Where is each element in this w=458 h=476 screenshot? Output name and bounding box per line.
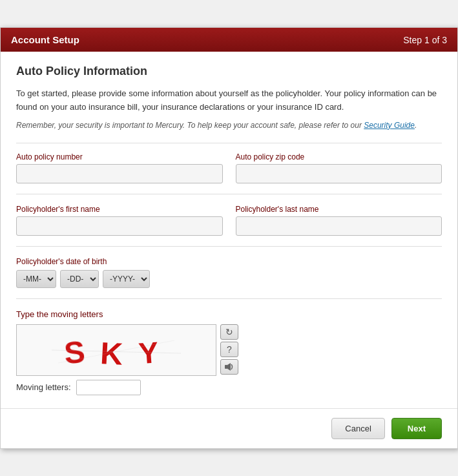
dob-day-select[interactable]: -DD- 01020304 05060708 09101112 13141516… bbox=[60, 270, 99, 288]
moving-letters-input[interactable] bbox=[76, 380, 141, 395]
security-guide-link[interactable]: Security Guide bbox=[364, 121, 415, 130]
svg-text:S: S bbox=[63, 335, 87, 369]
dob-label: Policyholder's date of birth bbox=[16, 257, 442, 266]
last-name-label: Policyholder's last name bbox=[236, 205, 442, 214]
captcha-image: S K Y bbox=[16, 324, 216, 376]
intro-text: To get started, please provide some info… bbox=[16, 87, 442, 114]
footer-bar: Cancel Next bbox=[1, 408, 457, 448]
header-step: Step 1 of 3 bbox=[403, 35, 447, 45]
auto-policy-number-input[interactable] bbox=[16, 164, 223, 183]
last-name-input[interactable] bbox=[236, 216, 442, 236]
auto-policy-number-group: Auto policy number bbox=[16, 152, 223, 183]
svg-marker-6 bbox=[227, 363, 231, 371]
audio-icon bbox=[225, 363, 234, 371]
dob-section: Policyholder's date of birth -MM- 010203… bbox=[16, 257, 442, 288]
divider-1 bbox=[16, 143, 442, 143]
captcha-refresh-button[interactable]: ↻ bbox=[220, 324, 238, 340]
dob-month-select[interactable]: -MM- 01020304 05060708 09101112 bbox=[16, 270, 56, 288]
moving-letters-label: Moving letters: bbox=[16, 382, 71, 392]
account-setup-window: Account Setup Step 1 of 3 Auto Policy In… bbox=[0, 27, 458, 449]
first-name-label: Policyholder's first name bbox=[16, 205, 223, 214]
captcha-wrapper: S K Y ↻ ? bbox=[16, 324, 442, 376]
header-bar: Account Setup Step 1 of 3 bbox=[1, 28, 457, 52]
captcha-section: Type the moving letters S K Y bbox=[16, 309, 442, 395]
captcha-audio-button[interactable] bbox=[220, 359, 238, 375]
content-area: Auto Policy Information To get started, … bbox=[1, 52, 457, 408]
captcha-help-button[interactable]: ? bbox=[220, 342, 238, 357]
auto-policy-zip-label: Auto policy zip code bbox=[236, 152, 442, 161]
security-note: Remember, your security is important to … bbox=[16, 121, 442, 130]
policy-row: Auto policy number Auto policy zip code bbox=[16, 152, 442, 183]
svg-rect-5 bbox=[225, 365, 227, 369]
last-name-group: Policyholder's last name bbox=[236, 205, 442, 236]
divider-2 bbox=[16, 194, 442, 194]
first-name-group: Policyholder's first name bbox=[16, 205, 223, 236]
auto-policy-zip-input[interactable] bbox=[236, 164, 442, 183]
captcha-action-buttons: ↻ ? bbox=[220, 324, 238, 375]
cancel-button[interactable]: Cancel bbox=[331, 418, 384, 439]
page-title: Auto Policy Information bbox=[16, 65, 442, 78]
name-row: Policyholder's first name Policyholder's… bbox=[16, 205, 442, 236]
moving-letters-row: Moving letters: bbox=[16, 380, 442, 395]
dob-year-select[interactable]: -YYYY- bbox=[103, 270, 150, 288]
first-name-input[interactable] bbox=[16, 216, 223, 236]
auto-policy-number-label: Auto policy number bbox=[16, 152, 223, 161]
captcha-label: Type the moving letters bbox=[16, 309, 442, 319]
auto-policy-zip-group: Auto policy zip code bbox=[236, 152, 442, 183]
next-button[interactable]: Next bbox=[391, 418, 442, 439]
divider-4 bbox=[16, 298, 442, 299]
dob-selects: -MM- 01020304 05060708 09101112 -DD- 010… bbox=[16, 270, 442, 288]
divider-3 bbox=[16, 246, 442, 247]
header-title: Account Setup bbox=[11, 34, 79, 45]
captcha-svg: S K Y bbox=[52, 331, 181, 369]
